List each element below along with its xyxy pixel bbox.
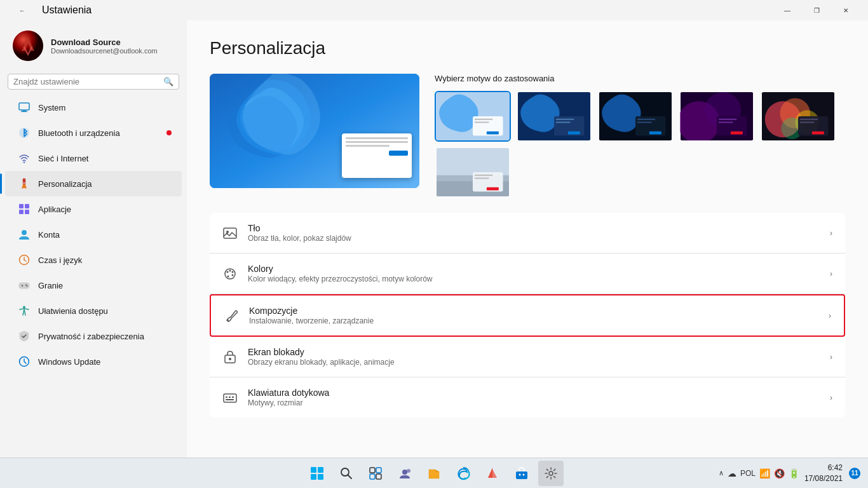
sidebar-item-bluetooth[interactable]: Bluetooth i urządzenia — [5, 120, 182, 146]
search-box[interactable]: 🔍 — [8, 74, 179, 90]
close-button[interactable]: ✕ — [831, 0, 860, 20]
theme-3[interactable] — [597, 91, 674, 142]
svg-rect-85 — [376, 468, 381, 473]
user-info: Download Source Downloadsourcenet@outloo… — [51, 37, 158, 55]
volume-icon[interactable]: 🔇 — [774, 468, 785, 478]
svg-point-69 — [227, 275, 229, 277]
settings-item-text-ekran-blokady: Ekran blokady Obrazy ekranu blokady, apl… — [248, 347, 820, 367]
settings-list: Tło Obraz tła, kolor, pokaz slajdów › — [210, 213, 845, 417]
notification-badge[interactable]: 11 — [849, 468, 860, 479]
theme-2[interactable] — [516, 91, 592, 142]
taskbar-search-button[interactable] — [334, 461, 359, 486]
windows-start-button[interactable] — [304, 461, 330, 486]
svg-rect-36 — [637, 119, 656, 120]
svg-rect-10 — [19, 210, 24, 214]
svg-rect-60 — [475, 178, 489, 179]
wifi-icon — [18, 152, 31, 165]
svg-rect-33 — [568, 132, 580, 135]
task-view-button[interactable] — [363, 461, 388, 486]
svg-rect-27 — [475, 122, 489, 123]
notification-dot — [166, 130, 172, 135]
svg-rect-6 — [23, 179, 25, 184]
svg-rect-77 — [226, 399, 234, 400]
theme-5[interactable] — [760, 91, 836, 142]
svg-point-21 — [23, 306, 25, 309]
sidebar-item-gaming[interactable]: Granie — [5, 273, 182, 298]
sidebar-item-accounts[interactable]: Konta — [5, 222, 182, 247]
chevron-right-icon: › — [829, 311, 831, 320]
svg-point-19 — [25, 285, 27, 286]
settings-taskbar-button[interactable] — [538, 461, 564, 486]
wifi-indicator[interactable]: 📶 — [759, 468, 770, 478]
svg-rect-76 — [232, 396, 234, 398]
settings-item-tlo[interactable]: Tło Obraz tła, kolor, pokaz slajdów › — [210, 213, 845, 254]
theme-4[interactable] — [679, 91, 755, 142]
sidebar-item-privacy[interactable]: Prywatność i zabezpieczenia — [5, 323, 182, 349]
svg-rect-32 — [556, 122, 571, 123]
svg-point-67 — [232, 271, 234, 273]
settings-item-kolory[interactable]: Kolory Kolor wiodący, efekty przezroczys… — [210, 254, 845, 294]
sidebar-item-windows-update[interactable]: Windows Update — [5, 349, 182, 374]
svg-rect-79 — [318, 467, 323, 473]
svg-line-83 — [348, 475, 352, 478]
sidebar-item-time[interactable]: Czas i język — [5, 247, 182, 273]
store-button[interactable] — [509, 461, 534, 486]
onedrive-icon[interactable]: ☁ — [728, 468, 736, 478]
sidebar-item-apps[interactable]: Aplikacje — [5, 196, 182, 222]
search-input[interactable] — [13, 77, 163, 86]
svg-point-89 — [407, 469, 410, 473]
svg-point-93 — [549, 471, 553, 475]
settings-item-ekran-blokady[interactable]: Ekran blokady Obrazy ekranu blokady, apl… — [210, 337, 845, 377]
svg-rect-26 — [475, 119, 493, 120]
maximize-button[interactable]: ❐ — [802, 0, 831, 20]
sidebar-item-label-privacy: Prywatność i zabezpieczenia — [38, 332, 144, 341]
taskbar-time[interactable]: 6:42 17/08/2021 — [804, 463, 843, 484]
system-tray-expand[interactable]: ∧ — [719, 469, 724, 477]
title-bar-title: Ustawienia — [42, 4, 92, 16]
taskbar-center — [304, 461, 564, 486]
chat-button[interactable] — [392, 461, 417, 486]
sidebar-item-label-network: Sieć i Internet — [38, 154, 89, 163]
settings-item-title-ekran-blokady: Ekran blokady — [248, 347, 820, 357]
sidebar-item-system[interactable]: System — [5, 95, 182, 120]
sidebar-item-network[interactable]: Sieć i Internet — [5, 146, 182, 171]
sidebar-nav: System Bluetooth i urządzenia — [0, 95, 187, 374]
theme-6[interactable] — [435, 147, 511, 198]
language-indicator[interactable]: POL — [740, 469, 756, 478]
app-body: Download Source Downloadsourcenet@outloo… — [0, 20, 868, 458]
settings-item-text-tlo: Tło Obraz tła, kolor, pokaz slajdów — [248, 223, 820, 243]
svg-rect-53 — [800, 122, 815, 123]
sidebar-item-label-personalization: Personalizacja — [38, 179, 92, 189]
sidebar-item-label-gaming: Granie — [38, 281, 63, 290]
sidebar-item-label-apps: Aplikacje — [38, 205, 71, 214]
svg-point-68 — [232, 274, 234, 276]
chevron-right-icon: › — [830, 353, 832, 362]
office-button[interactable] — [480, 461, 505, 486]
svg-rect-84 — [370, 468, 375, 473]
svg-rect-87 — [376, 474, 381, 479]
svg-point-5 — [24, 161, 25, 163]
settings-item-desc-tlo: Obraz tła, kolor, pokaz slajdów — [248, 234, 820, 243]
files-button[interactable] — [421, 461, 447, 486]
svg-rect-8 — [19, 204, 24, 208]
clock-time: 6:42 — [804, 463, 843, 473]
svg-rect-44 — [719, 122, 733, 123]
chevron-right-icon: › — [830, 229, 832, 238]
svg-line-15 — [24, 260, 26, 261]
settings-item-klawiatura[interactable]: Klawiatura dotykowa Motywy, rozmiar › — [210, 377, 845, 417]
settings-item-title-kolory: Kolory — [248, 264, 820, 274]
sidebar-item-accessibility[interactable]: Ułatwienia dostępu — [5, 298, 182, 323]
svg-rect-73 — [224, 394, 236, 402]
user-section[interactable]: Download Source Downloadsourcenet@outloo… — [0, 20, 187, 71]
svg-rect-80 — [311, 474, 316, 480]
edge-button[interactable] — [451, 461, 476, 486]
back-button[interactable]: ← — [8, 0, 37, 20]
page-title: Personalizacja — [210, 38, 845, 58]
sidebar-item-personalization[interactable]: Personalizacja — [5, 171, 182, 196]
settings-item-kompozycje[interactable]: Kompozycje Instalowanie, tworzenie, zarz… — [210, 294, 845, 337]
minimize-button[interactable]: — — [773, 0, 802, 20]
svg-rect-28 — [487, 132, 499, 135]
theme-picker-section: Wybierz motyw do zastosowania — [435, 74, 845, 198]
battery-icon[interactable]: 🔋 — [789, 468, 799, 478]
theme-1[interactable] — [435, 91, 511, 142]
